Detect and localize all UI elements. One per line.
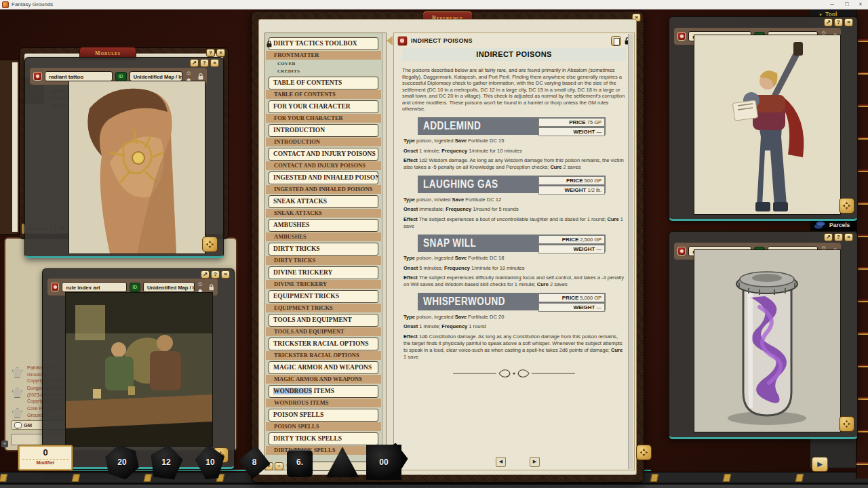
- radial-menu-button[interactable]: [636, 445, 652, 460]
- help-icon[interactable]: ?: [206, 49, 215, 57]
- hotbar-page-marker[interactable]: [650, 474, 659, 482]
- popout-icon[interactable]: ↗: [201, 270, 210, 279]
- toc-entry[interactable]: DIRTY TACTICS TOOLBOX: [269, 37, 378, 50]
- id-badge[interactable]: ID: [130, 283, 140, 292]
- poison-header: LAUGHING GASPRICE 500 GPWEIGHT 1/2 lb.: [418, 176, 606, 193]
- weight-cell: WEIGHT 1/2 lb.: [538, 186, 605, 195]
- popout-icon[interactable]: ↗: [824, 18, 833, 26]
- toc-entry[interactable]: COVER: [265, 60, 382, 68]
- d100-die[interactable]: 00: [366, 445, 401, 480]
- modifier-settings-icon[interactable]: ✦: [1, 441, 8, 447]
- radial-menu-button[interactable]: [202, 237, 218, 252]
- toc-entry[interactable]: DIRTY TRICKS: [266, 256, 381, 265]
- toc-entry[interactable]: TOOLS AND EQUIPMENT: [266, 327, 381, 336]
- hotbar-page-marker[interactable]: [723, 474, 732, 482]
- toc-entry[interactable]: INGESTED AND INHALED POISONS: [269, 171, 378, 184]
- toc-entry[interactable]: MAGIC ARMOR AND WEAPONS: [266, 375, 381, 384]
- toc-entry[interactable]: INTRODUCTION: [266, 138, 381, 146]
- toc-entry[interactable]: TOOLS AND EQUIPMENT: [269, 314, 378, 327]
- toc-entry[interactable]: EQUIPMENT TRICKS: [269, 290, 378, 303]
- toc-entry[interactable]: EQUIPMENT TRICKS: [266, 304, 381, 312]
- popout-icon[interactable]: ↗: [824, 233, 833, 241]
- background-window: [0, 60, 20, 235]
- toc-entry[interactable]: DIRTY TRICKS: [269, 243, 378, 256]
- toc-entry[interactable]: POISON SPELLS: [269, 409, 378, 422]
- help-icon[interactable]: ?: [834, 18, 843, 26]
- toc-entry[interactable]: FRONTMATTER: [266, 51, 381, 60]
- toc-collapse-arrow[interactable]: [387, 36, 393, 45]
- radial-menu-button[interactable]: [839, 416, 854, 432]
- minimize-button[interactable]: –: [826, 0, 838, 9]
- toc-entry[interactable]: TRICKSTER RACIAL OPTIONS: [266, 351, 381, 360]
- toc-entry[interactable]: INTRODUCTION: [269, 124, 378, 137]
- toc-entry[interactable]: FOR YOUR CHARACTER: [269, 100, 378, 113]
- toc-entry[interactable]: CONTACT AND INJURY POISONS: [269, 148, 378, 161]
- d10-die[interactable]: 10: [193, 445, 228, 480]
- onset-line: Onset 1 minute; Frequency 1 round: [403, 323, 626, 330]
- help-icon[interactable]: ?: [200, 59, 209, 67]
- toc-entry[interactable]: TABLE OF CONTENTS: [266, 90, 381, 99]
- image-category-field[interactable]: Unidentified Map / Im: [143, 282, 194, 292]
- radiant-tattoo-image[interactable]: [68, 81, 205, 254]
- d8-die[interactable]: 8: [237, 445, 272, 480]
- image-name-field[interactable]: radiant tattoo: [45, 71, 113, 81]
- image-category-field[interactable]: Unidentified Map / Im: [130, 71, 183, 81]
- toc-entry[interactable]: DIVINE TRICKERY: [266, 280, 381, 289]
- effect-line: Effect The subject experiences a bout of…: [403, 216, 626, 230]
- close-icon[interactable]: ×: [221, 270, 230, 279]
- toc-entry[interactable]: FOR YOUR CHARACTER: [266, 114, 381, 123]
- reference-window: Reference × DIRTY TACTICS TOOLBOXFRONTMA…: [251, 11, 644, 483]
- nightmare-vapor-image[interactable]: [694, 249, 841, 432]
- toc-entry[interactable]: TABLE OF CONTENTS: [269, 77, 378, 89]
- toc-entry[interactable]: POISON SPELLS: [266, 422, 381, 431]
- close-button[interactable]: ×: [854, 0, 867, 9]
- toc-entry[interactable]: WONDROUS ITEMS: [269, 385, 378, 398]
- lock-icon[interactable]: [267, 41, 272, 47]
- popout-icon[interactable]: ↗: [190, 59, 199, 67]
- toc-entry[interactable]: CONTACT AND INJURY POISONS: [266, 161, 381, 170]
- id-badge[interactable]: ID: [115, 72, 127, 81]
- toc-entry[interactable]: AMBUSHES: [266, 232, 381, 241]
- toc-entry[interactable]: SNEAK ATTACKS: [266, 209, 381, 218]
- hotbar-page-marker[interactable]: [72, 474, 81, 482]
- image-name-field[interactable]: rule index art: [62, 282, 126, 292]
- maximize-button[interactable]: □: [841, 0, 853, 9]
- lock-icon[interactable]: [198, 73, 203, 80]
- d20-die[interactable]: 20: [104, 445, 140, 480]
- next-page-button[interactable]: ▶: [530, 457, 540, 467]
- rule-index-art-image[interactable]: [65, 292, 213, 447]
- close-icon[interactable]: ×: [844, 18, 853, 26]
- close-icon[interactable]: ×: [844, 233, 853, 241]
- d4-die[interactable]: [325, 445, 360, 480]
- toc-entry[interactable]: DIVINE TRICKERY: [269, 266, 378, 279]
- hotbar-page-marker[interactable]: [795, 474, 804, 482]
- help-icon[interactable]: ?: [834, 233, 843, 241]
- toc-entry[interactable]: SNEAK ATTACKS: [269, 195, 378, 208]
- toc-entry[interactable]: CREDITS: [265, 68, 382, 75]
- page-title: INDIRECT POISONS: [402, 48, 626, 61]
- poison-cost-cells: PRICE 500 GPWEIGHT 1/2 lb.: [538, 176, 605, 195]
- toc-entry[interactable]: TRICKSTER RACIAL OPTIONS: [269, 338, 378, 350]
- d12-die[interactable]: 12: [149, 445, 184, 480]
- radial-menu-button[interactable]: [839, 198, 854, 214]
- price-cell: PRICE 5,000 GP: [538, 293, 605, 302]
- d6-die[interactable]: 6.: [282, 445, 317, 480]
- poison-cost-cells: PRICE 75 GPWEIGHT —: [538, 118, 605, 137]
- toc-scrollbar[interactable]: [382, 33, 386, 470]
- toc-entry[interactable]: WONDROUS ITEMS: [266, 399, 381, 407]
- close-icon[interactable]: ×: [210, 59, 219, 67]
- modifier-box[interactable]: 0 Modifier: [18, 445, 73, 471]
- content-scrollbar[interactable]: [628, 34, 633, 469]
- die-number: 10: [193, 445, 228, 480]
- toc-entry[interactable]: AMBUSHES: [269, 219, 378, 232]
- next-month-image[interactable]: [694, 35, 841, 215]
- toc-entry[interactable]: INGESTED AND INHALED POISONS: [266, 185, 381, 194]
- open-book-icon[interactable]: [611, 36, 621, 46]
- help-icon[interactable]: ?: [211, 270, 220, 279]
- close-icon[interactable]: ×: [216, 49, 225, 57]
- toc-entry[interactable]: MAGIC ARMOR AND WEAPONS: [269, 361, 378, 374]
- play-button[interactable]: ▶: [812, 457, 828, 472]
- previous-page-button[interactable]: ◀: [496, 457, 506, 467]
- lock-icon[interactable]: [209, 284, 214, 291]
- hotbar-page-marker[interactable]: [0, 474, 7, 482]
